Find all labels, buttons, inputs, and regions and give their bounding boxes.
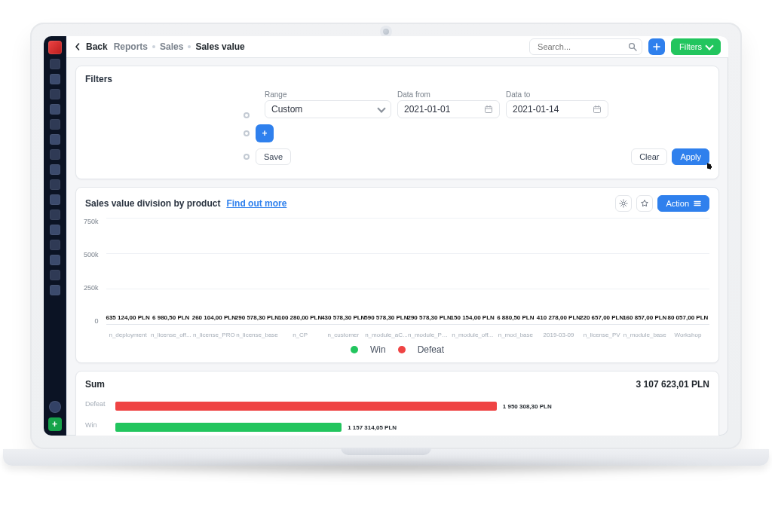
chevron-down-icon (377, 105, 385, 113)
nav-icon-deals[interactable] (50, 89, 60, 99)
nav-icon-tasks[interactable] (50, 149, 60, 160)
apply-label: Apply (680, 152, 701, 161)
filters-label: Filters (679, 42, 702, 51)
range-select[interactable]: Custom (265, 100, 391, 118)
svg-rect-2 (594, 107, 601, 113)
crumb-current: Sales value (195, 41, 244, 52)
svg-rect-1 (486, 107, 492, 113)
settings-button[interactable] (615, 195, 632, 212)
nav-icon-ai[interactable] (50, 255, 60, 265)
range-label: Range (265, 90, 391, 99)
add-filter-button[interactable]: + (256, 124, 274, 142)
back-button[interactable]: Back (74, 41, 108, 52)
screen: + Back Reports Sales (44, 36, 728, 436)
favorite-button[interactable] (636, 195, 653, 212)
nav-icon-calendar[interactable] (50, 134, 60, 145)
action-button[interactable]: Action (657, 195, 709, 212)
topbar-add-button[interactable] (648, 38, 665, 55)
nav-icon-stats[interactable] (50, 74, 60, 84)
sum-win-value: 1 157 314,05 PLN (348, 424, 397, 431)
sum-bar-defeat: 1 950 308,30 PLN (115, 399, 702, 414)
nav-icon-settings[interactable] (50, 270, 60, 280)
date-from-input[interactable]: 2021-01-01 (397, 100, 500, 118)
search-input-wrapper[interactable] (529, 38, 642, 55)
date-from-value: 2021-01-01 (404, 104, 450, 115)
filters-panel: Filters Range Custom (75, 66, 719, 179)
sum-title: Sum (85, 379, 105, 390)
filters-button[interactable]: Filters (671, 38, 721, 55)
chart-bars: 635 124,00 PLN6 980,50 PLN260 104,00 PLN… (106, 218, 709, 325)
bar-chart: 750k500k250k0 635 124,00 PLN6 980,50 PLN… (106, 218, 709, 338)
clear-button[interactable]: Clear (631, 148, 667, 165)
filters-actions-row: Save Clear Apply (85, 148, 709, 165)
chart-title: Sales value division by product (85, 198, 220, 209)
x-axis: n_deploymentn_license_off...n_license_PR… (106, 332, 709, 338)
date-from-label: Data from (397, 90, 500, 99)
nav-icon-help[interactable] (50, 285, 60, 295)
menu-icon (694, 200, 701, 207)
content: Filters Range Custom (66, 58, 728, 436)
crumb-sep-dot (152, 45, 155, 48)
date-to-input[interactable]: 2021-01-14 (506, 100, 608, 118)
filters-title: Filters (85, 74, 709, 84)
apply-button[interactable]: Apply (672, 148, 709, 165)
date-to-field: Data to 2021-01-14 (506, 90, 608, 118)
user-avatar[interactable] (49, 401, 61, 413)
nav-icon-reports[interactable] (50, 164, 60, 175)
sum-chart: Defeat Win 1 950 308,30 PLN 1 157 314,05… (85, 394, 709, 436)
sidebar: + (44, 36, 66, 436)
date-to-value: 2021-01-14 (513, 104, 559, 115)
filters-row: Range Custom Data from 2021-01 (85, 90, 709, 118)
y-axis: 750k500k250k0 (84, 218, 99, 325)
sum-bar-win: 1 157 314,05 PLN (115, 420, 702, 435)
chart-legend: Win Defeat (76, 343, 718, 362)
add-filter-row: + (85, 124, 709, 142)
nav-icon-dashboard[interactable] (50, 59, 60, 69)
gear-icon (619, 199, 628, 208)
nav-icon-automation[interactable] (50, 225, 60, 235)
arrow-left-icon (74, 43, 81, 50)
breadcrumbs: Reports Sales Sales value (114, 41, 245, 52)
star-icon (640, 199, 649, 208)
filter-row-marker (244, 130, 250, 136)
chart-panel: Sales value division by product Find out… (75, 187, 719, 363)
calendar-icon (484, 105, 493, 114)
crumb-reports[interactable]: Reports (114, 41, 148, 52)
save-label: Save (264, 152, 283, 161)
svg-point-0 (630, 44, 635, 49)
crumb-sep-dot (188, 45, 191, 48)
nav-icon-goals[interactable] (50, 240, 60, 250)
range-field: Range Custom (265, 90, 391, 118)
plus-icon (653, 43, 660, 50)
legend-swatch-win (351, 346, 358, 353)
svg-point-3 (622, 202, 625, 205)
crumb-sales[interactable]: Sales (160, 41, 183, 52)
filter-row-marker (244, 112, 250, 118)
search-input[interactable] (536, 41, 623, 52)
chevron-down-icon (705, 41, 713, 50)
legend-win: Win (370, 344, 386, 355)
sum-defeat-value: 1 950 308,30 PLN (503, 403, 552, 410)
back-label: Back (86, 41, 108, 52)
filter-row-marker (244, 154, 250, 160)
find-out-more-link[interactable]: Find out more (226, 198, 286, 209)
nav-icon-products[interactable] (50, 179, 60, 190)
nav-icon-library[interactable] (50, 209, 60, 220)
laptop-shadow (45, 463, 727, 479)
search-icon (628, 42, 637, 51)
action-label: Action (666, 199, 689, 208)
topbar: Back Reports Sales Sales value (66, 36, 728, 58)
nav-icon-contacts[interactable] (50, 104, 60, 115)
app-logo[interactable] (48, 41, 62, 54)
camera-dot (383, 29, 389, 35)
sum-panel: Sum 3 107 623,01 PLN Defeat Win 1 950 30… (75, 371, 719, 436)
sum-total: 3 107 623,01 PLN (636, 379, 709, 390)
sum-win-label: Win (85, 421, 97, 429)
nav-icon-mail[interactable] (50, 194, 60, 205)
sidebar-add-button[interactable]: + (48, 417, 62, 431)
clear-label: Clear (639, 152, 659, 161)
legend-swatch-defeat (398, 346, 406, 353)
calendar-icon (593, 105, 602, 114)
nav-icon-companies[interactable] (50, 119, 60, 130)
save-button[interactable]: Save (256, 148, 291, 165)
